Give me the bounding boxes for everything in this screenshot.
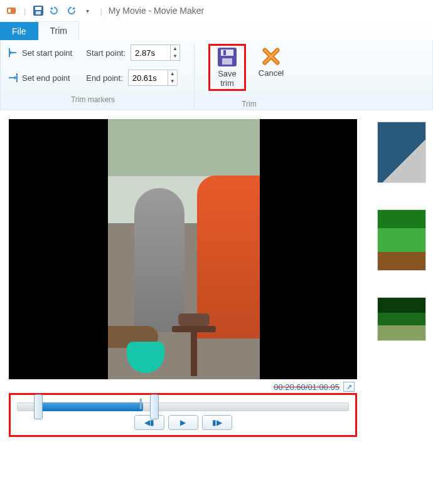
step-forward-icon: ▮▶: [212, 418, 222, 427]
window-title: My Movie - Movie Maker: [109, 6, 204, 16]
svg-rect-1: [8, 9, 11, 13]
group-label-trim: Trim: [208, 97, 290, 108]
qat-save-icon[interactable]: [32, 4, 45, 17]
step-back-icon: ◀▮: [144, 418, 154, 427]
set-end-label: Set end point: [22, 73, 70, 83]
save-trim-label-2: trim: [220, 78, 234, 88]
start-point-input[interactable]: [131, 47, 170, 59]
clip-thumbnail[interactable]: [377, 122, 426, 183]
storyboard: [377, 119, 427, 437]
group-separator: [194, 44, 195, 108]
svg-rect-4: [36, 11, 41, 14]
playhead[interactable]: ▎: [140, 399, 147, 409]
svg-rect-9: [222, 58, 232, 65]
spin-down-icon[interactable]: ▼: [171, 53, 179, 60]
tab-file[interactable]: File: [0, 22, 38, 40]
spin-up-icon[interactable]: ▲: [171, 45, 179, 53]
redo-icon[interactable]: [65, 4, 77, 17]
start-point-spinner[interactable]: ▲▼: [131, 45, 180, 61]
qat-customize-icon[interactable]: ▾: [81, 4, 94, 17]
svg-rect-8: [221, 50, 233, 56]
prev-frame-button[interactable]: ◀▮: [134, 415, 164, 430]
playback-controls: ◀▮ ▶ ▮▶: [17, 415, 349, 430]
cancel-label: Cancel: [259, 68, 284, 78]
play-icon: ▶: [180, 418, 186, 427]
end-point-label: End point:: [86, 73, 123, 83]
trim-end-icon: [8, 73, 18, 82]
cancel-button[interactable]: Cancel: [252, 44, 290, 91]
title-bar: | ▾ | My Movie - Movie Maker: [0, 0, 433, 21]
set-start-point-button[interactable]: Set start point: [6, 44, 75, 61]
start-point-label: Start point:: [86, 48, 126, 58]
save-trim-label-1: Save: [218, 69, 237, 78]
svg-rect-3: [35, 7, 41, 10]
undo-icon[interactable]: [48, 4, 61, 17]
preview-pane: 00:20.60/01:00.05 ↗ ▎ ◀▮ ▶ ▮▶: [9, 119, 357, 437]
app-icon: [5, 4, 18, 17]
separator: |: [24, 6, 26, 16]
workspace: 00:20.60/01:00.05 ↗ ▎ ◀▮ ▶ ▮▶: [0, 110, 433, 437]
clip-thumbnail[interactable]: [377, 297, 426, 341]
tab-trim[interactable]: Trim: [38, 21, 79, 40]
ribbon: Set start point Set end point Start poin…: [0, 40, 433, 110]
trim-end-handle[interactable]: [150, 394, 159, 419]
end-point-input[interactable]: [129, 72, 168, 84]
set-start-label: Set start point: [22, 48, 72, 58]
trim-start-icon: [8, 48, 18, 57]
video-preview[interactable]: [9, 119, 357, 379]
trim-start-handle[interactable]: [34, 394, 43, 419]
trim-track[interactable]: ▎: [17, 402, 349, 411]
trim-slider-highlight: ▎ ◀▮ ▶ ▮▶: [9, 393, 357, 437]
spin-down-icon[interactable]: ▼: [168, 78, 177, 85]
play-button[interactable]: ▶: [168, 415, 198, 430]
timecode-display: 00:20.60/01:00.05: [274, 382, 339, 392]
trim-selection: [38, 402, 144, 411]
end-point-spinner[interactable]: ▲▼: [128, 70, 178, 86]
fullscreen-icon[interactable]: ↗: [343, 382, 355, 392]
spin-up-icon[interactable]: ▲: [168, 70, 177, 78]
ribbon-tabs: File Trim: [0, 21, 433, 40]
next-frame-button[interactable]: ▮▶: [202, 415, 232, 430]
separator: |: [100, 6, 102, 16]
svg-rect-10: [223, 50, 226, 55]
group-label-trim-markers: Trim markers: [6, 93, 180, 104]
save-trim-button[interactable]: Save trim: [208, 44, 246, 91]
save-icon: [217, 47, 237, 67]
clip-thumbnail[interactable]: [377, 209, 426, 271]
cancel-icon: [261, 46, 281, 66]
set-end-point-button[interactable]: Set end point: [6, 69, 75, 87]
